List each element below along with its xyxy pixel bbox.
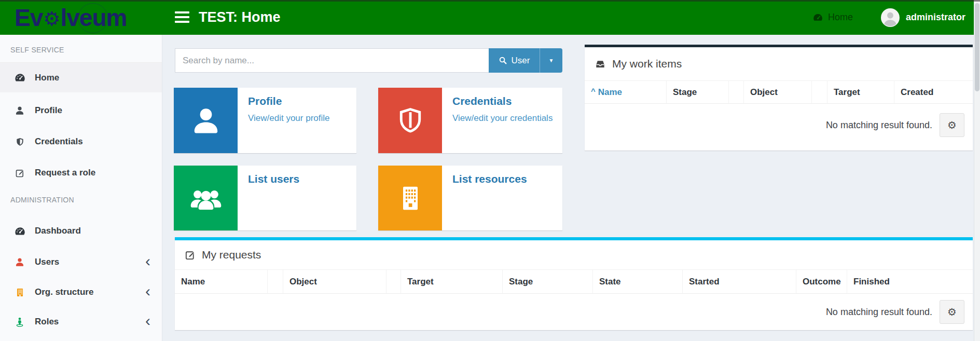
users-group-icon: [174, 166, 238, 230]
search-type-dropdown-toggle[interactable]: ▼: [540, 48, 562, 73]
sidebar-item-roles[interactable]: Roles ‹: [0, 307, 162, 337]
chevron-left-icon: ‹: [145, 253, 150, 269]
top-header-bar: Ev⚙lveum TEST: Home Home administrator: [0, 0, 980, 35]
scrollbar-thumb[interactable]: [975, 3, 979, 91]
card-title-link[interactable]: List resources: [452, 173, 527, 185]
card-subtitle: View/edit your profile: [248, 112, 330, 125]
card-title-link[interactable]: Profile: [248, 95, 330, 107]
sidebar-item-dashboard[interactable]: Dashboard: [0, 216, 162, 246]
pencil-square-icon: [12, 168, 27, 179]
sidebar-toggle-hamburger-icon[interactable]: [175, 11, 189, 23]
column-header-name[interactable]: Name: [175, 270, 268, 294]
card-list-resources[interactable]: List resources: [378, 166, 562, 230]
street-view-icon: [12, 317, 27, 328]
logo-prefix: Ev: [15, 4, 43, 32]
table-settings-button[interactable]: ⚙: [940, 300, 964, 324]
evolveum-logo[interactable]: Ev⚙lveum: [0, 0, 162, 35]
sidebar-item-org-structure[interactable]: Org. structure ‹: [0, 277, 162, 307]
my-requests-panel: My requests Name Object Target Stage Sta…: [175, 237, 973, 330]
breadcrumb[interactable]: Home: [812, 0, 853, 35]
sidebar-item-credentials[interactable]: Credentials: [0, 127, 162, 157]
user-icon: [12, 105, 27, 116]
sidebar-item-home[interactable]: Home: [0, 63, 162, 92]
window-top-edge: [0, 0, 980, 2]
sidebar-item-users[interactable]: Users ‹: [0, 247, 162, 277]
sidebar-item-label: Home: [35, 73, 59, 83]
page-title: TEST: Home: [199, 0, 281, 35]
panel-title: My requests: [202, 249, 261, 261]
pencil-square-icon: [184, 249, 196, 261]
requests-empty-row: No matching result found. ⚙: [175, 294, 973, 330]
chevron-left-icon: ‹: [145, 283, 150, 299]
sidebar-item-label: Credentials: [35, 137, 83, 147]
column-header-spacer: [729, 81, 744, 104]
gear-icon: ⚙: [947, 119, 957, 131]
column-header-object[interactable]: Object: [283, 270, 387, 294]
sidebar-item-label: Users: [35, 257, 59, 267]
sidebar-item-label: Profile: [35, 105, 62, 116]
sidebar-item-profile[interactable]: Profile: [0, 96, 162, 126]
table-settings-button[interactable]: ⚙: [940, 113, 964, 137]
search-user-button[interactable]: User: [489, 48, 540, 73]
sidebar-nav: SELF SERVICE Home Profile Credentials Re…: [0, 35, 162, 341]
card-credentials[interactable]: Credentials View/edit your credentials: [378, 88, 562, 153]
search-icon: [499, 56, 507, 65]
no-results-text: No matching result found.: [826, 300, 932, 324]
browser-scrollbar[interactable]: [974, 0, 980, 341]
column-header-started[interactable]: Started: [683, 270, 796, 294]
logo-suffix: lveum: [60, 4, 127, 32]
panel-title: My work items: [612, 58, 682, 70]
work-items-empty-row: No matching result found. ⚙: [585, 104, 973, 151]
column-header-created[interactable]: Created: [894, 81, 973, 104]
column-header-finished[interactable]: Finished: [847, 270, 973, 294]
column-header-stage[interactable]: Stage: [667, 81, 729, 104]
column-header-state[interactable]: State: [593, 270, 683, 294]
work-items-table-header: ^ Name Stage Object Target Created: [585, 80, 973, 104]
dashboard-icon: [12, 225, 27, 237]
column-header-outcome[interactable]: Outcome: [796, 270, 847, 294]
column-header-stage[interactable]: Stage: [503, 270, 593, 294]
dashboard-icon: [812, 12, 823, 23]
search-input[interactable]: [175, 48, 489, 73]
search-user-button-label: User: [512, 56, 530, 66]
sidebar-item-label: Org. structure: [35, 287, 93, 297]
my-work-items-panel: My work items ^ Name Stage Object Target…: [585, 45, 973, 151]
sidebar-section-self-service: SELF SERVICE: [10, 46, 64, 54]
shield-icon: [12, 137, 27, 147]
my-requests-header: My requests: [175, 240, 973, 269]
column-header-target[interactable]: Target: [401, 270, 503, 294]
card-subtitle: View/edit your credentials: [452, 112, 553, 125]
column-header-spacer: [387, 270, 401, 294]
sidebar-item-label: Request a role: [35, 168, 95, 178]
card-title-link[interactable]: Credentials: [452, 95, 553, 107]
user-icon: [174, 88, 238, 153]
username-label: administrator: [906, 12, 965, 23]
column-header-spacer: [812, 81, 827, 104]
chevron-left-icon: ‹: [145, 313, 150, 329]
user-red-icon: [12, 257, 27, 267]
inbox-icon: [594, 58, 606, 70]
avatar: [881, 8, 900, 27]
card-title-link[interactable]: List users: [248, 173, 299, 185]
building-icon: [378, 166, 442, 230]
search-type-button-group: User ▼: [489, 48, 562, 73]
sidebar-item-request-a-role[interactable]: Request a role: [0, 158, 162, 188]
my-work-items-header: My work items: [585, 47, 973, 80]
sort-ascending-icon: ^: [591, 87, 596, 96]
column-header-target[interactable]: Target: [827, 81, 894, 104]
sidebar-section-administration: ADMINISTRATION: [10, 196, 74, 204]
requests-table-header: Name Object Target Stage State Started O…: [175, 269, 973, 294]
breadcrumb-home-label: Home: [828, 12, 853, 23]
card-list-users[interactable]: List users: [174, 166, 356, 230]
column-header-spacer: [268, 270, 283, 294]
evolveum-logo-text: Ev⚙lveum: [15, 4, 127, 32]
column-header-object[interactable]: Object: [744, 81, 812, 104]
building-icon: [12, 287, 27, 298]
caret-down-icon: ▼: [549, 58, 554, 63]
card-profile[interactable]: Profile View/edit your profile: [174, 88, 356, 153]
user-menu[interactable]: administrator: [881, 0, 965, 35]
shield-icon: [378, 88, 442, 153]
logo-gear-icon: ⚙: [43, 8, 60, 30]
column-header-name[interactable]: ^ Name: [585, 81, 667, 104]
no-results-text: No matching result found.: [826, 113, 932, 137]
